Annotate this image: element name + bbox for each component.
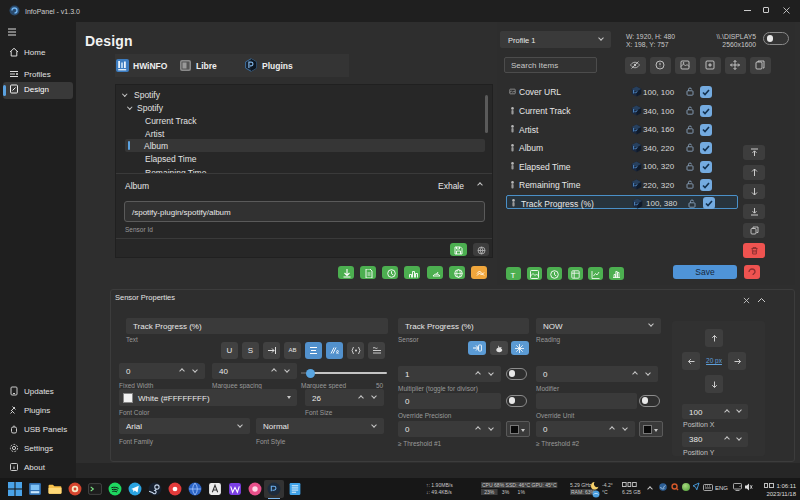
svg-text:T: T: [511, 270, 516, 279]
